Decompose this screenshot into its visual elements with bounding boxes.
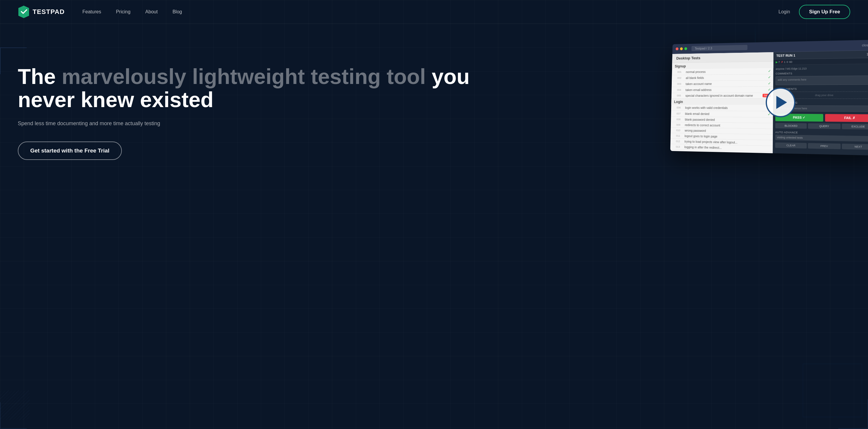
hero-subtitle: Spend less time documenting and more tim… bbox=[18, 120, 475, 127]
app-content: Desktop Tests Signup 001 normal process … bbox=[670, 51, 868, 155]
browser-dot-red bbox=[676, 48, 678, 51]
nav-right: Login Sign Up Free bbox=[778, 5, 850, 19]
hero-visual: Testpad / 2.3 close × Desktop Tests Sign… bbox=[666, 41, 868, 153]
test-row: 004 taken email address ✓ bbox=[672, 87, 773, 93]
browser-close-label: close × bbox=[862, 43, 868, 47]
signup-button[interactable]: Sign Up Free bbox=[799, 5, 850, 19]
pass-fail-buttons: PASS ✓ FAIL ✗ bbox=[775, 114, 868, 122]
navbar: TESTPAD Features Pricing About Blog Logi… bbox=[0, 0, 868, 24]
hero-title: The marvelously lightweight testing tool… bbox=[18, 65, 475, 112]
test-list-header: Desktop Tests bbox=[672, 52, 773, 63]
run-progress: 13 % bbox=[867, 53, 868, 56]
browser-dot-green bbox=[684, 47, 687, 50]
exclude-button[interactable]: EXCLUDE bbox=[842, 124, 868, 130]
secondary-buttons: BLOCKED QUERY EXCLUDE bbox=[775, 123, 868, 130]
browser-url-bar: Testpad / 2.3 bbox=[691, 45, 747, 51]
test-row: 002 all blank fields ✓ bbox=[672, 74, 773, 81]
nav-pricing[interactable]: Pricing bbox=[116, 9, 130, 14]
nav-links: Features Pricing About Blog bbox=[83, 9, 778, 15]
app-screenshot: Testpad / 2.3 close × Desktop Tests Sign… bbox=[670, 40, 868, 155]
browser-dot-yellow bbox=[680, 48, 683, 51]
comments-label: COMMENTS bbox=[776, 71, 868, 75]
hatch-pattern-bl bbox=[0, 391, 30, 420]
run-title: TEST RUN 1 bbox=[776, 54, 795, 58]
logo-link[interactable]: TESTPAD bbox=[18, 5, 65, 19]
corner-br bbox=[838, 399, 868, 429]
clear-button[interactable]: CLEAR bbox=[775, 142, 807, 148]
hero-title-part2: marvelously lightweight testing tool bbox=[62, 65, 426, 88]
play-triangle-icon bbox=[776, 96, 787, 109]
test-row: 003 taken account name ✓ bbox=[672, 80, 773, 87]
right-box-bottom bbox=[803, 364, 862, 417]
test-row: 006 login works with valid credentials ✓ bbox=[671, 105, 773, 111]
hero-section: The marvelously lightweight testing tool… bbox=[0, 24, 868, 429]
comments-input[interactable]: add any comments here bbox=[776, 75, 868, 85]
query-button[interactable]: QUERY bbox=[808, 123, 840, 130]
test-list-panel: Desktop Tests Signup 001 normal process … bbox=[670, 52, 773, 153]
nav-blog[interactable]: Blog bbox=[173, 9, 182, 14]
next-button[interactable]: NEXT bbox=[842, 144, 868, 150]
attachments-label: ATTACHMENTS bbox=[776, 87, 868, 90]
hero-content: The marvelously lightweight testing tool… bbox=[18, 48, 475, 160]
hero-title-part1: The bbox=[18, 65, 62, 88]
logo-text: TESTPAD bbox=[33, 8, 65, 16]
nav-about[interactable]: About bbox=[145, 9, 158, 14]
test-row: 007 blank email denied ✓ bbox=[671, 111, 773, 117]
prev-button[interactable]: PREV bbox=[808, 143, 841, 149]
tester-info: anyone / MS Edge 11.213 bbox=[776, 66, 868, 70]
logo-icon bbox=[18, 5, 30, 19]
nav-features[interactable]: Features bbox=[83, 9, 101, 14]
cta-button[interactable]: Get started with the Free Trial bbox=[18, 142, 122, 160]
blocked-button[interactable]: BLOCKED bbox=[775, 123, 807, 128]
nav-buttons: CLEAR PREV NEXT bbox=[775, 142, 868, 150]
auto-advance-label: AUTO ADVANCE bbox=[775, 131, 868, 135]
login-section-header: Login bbox=[671, 98, 773, 105]
fail-button[interactable]: FAIL ✗ bbox=[825, 114, 868, 122]
login-link[interactable]: Login bbox=[778, 9, 790, 15]
test-row: 005 special characters ignored in accoun… bbox=[672, 93, 773, 98]
auto-advance-value: visiting untested tests bbox=[775, 135, 868, 142]
play-button[interactable] bbox=[766, 88, 795, 117]
